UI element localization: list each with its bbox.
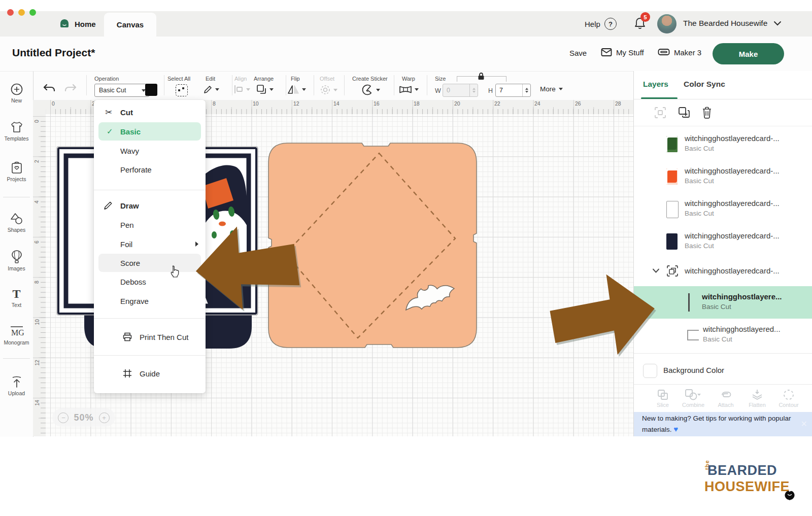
trash-icon[interactable] <box>701 106 713 119</box>
sidebar-item-projects[interactable]: Projects <box>0 161 33 182</box>
width-stepper <box>469 84 478 96</box>
operation-dropdown[interactable]: Basic Cut <box>94 84 149 97</box>
menu-item-wavy[interactable]: Wavy <box>94 142 206 160</box>
edit-button[interactable] <box>203 85 219 94</box>
redo-button[interactable] <box>63 83 78 95</box>
scissors-icon: ✂ <box>103 107 114 118</box>
machine-select[interactable]: Maker 3 <box>658 48 701 57</box>
tab-canvas[interactable]: Canvas <box>104 13 156 37</box>
account-name[interactable]: The Bearded Housewife <box>683 19 767 28</box>
create-sticker-button[interactable] <box>361 84 380 96</box>
sidebar-item-shapes[interactable]: Shapes <box>0 212 33 233</box>
attach-button: Attach <box>711 389 740 408</box>
height-value: 7 <box>496 87 522 94</box>
layer-row-2[interactable]: witchingghostlayeredcard-... Basic Cut <box>634 160 812 193</box>
chevron-down-icon <box>376 89 380 91</box>
minimize-window-button[interactable] <box>18 9 25 16</box>
help-label: Help <box>585 20 600 28</box>
tab-color-sync[interactable]: Color Sync <box>684 80 725 89</box>
warp-button[interactable] <box>399 85 419 94</box>
sidebar-item-upload[interactable]: Upload <box>0 375 33 396</box>
layer-row-1[interactable]: witchingghostlayeredcard-... Basic Cut <box>634 128 812 160</box>
account-chevron-down-icon[interactable] <box>773 20 782 26</box>
save-button[interactable]: Save <box>569 49 587 57</box>
vertical-ruler: 0 2 4 6 8 10 12 14 <box>33 114 46 436</box>
align-label: Align <box>234 76 247 82</box>
sidebar-item-monogram[interactable]: MG Monogram <box>0 325 33 346</box>
background-color-swatch[interactable] <box>643 364 657 378</box>
pencil-icon <box>103 200 114 211</box>
menu-item-basic[interactable]: ✓ Basic <box>98 122 201 141</box>
printer-icon <box>122 332 133 342</box>
menu-item-perforate[interactable]: Perforate <box>94 160 206 179</box>
zoom-window-button[interactable] <box>29 9 36 16</box>
logo-line1: BEARDED <box>707 463 777 478</box>
sidebar-item-new[interactable]: New <box>0 83 33 104</box>
undo-button[interactable] <box>42 83 57 95</box>
layer-row-4[interactable]: witchingghostlayeredcard-... Basic Cut <box>634 225 812 258</box>
monogram-icon: MG <box>9 325 24 338</box>
lock-icon[interactable] <box>477 72 485 81</box>
arrange-button[interactable] <box>256 84 274 95</box>
menu-item-foil[interactable]: Foil <box>94 235 206 253</box>
offset-icon <box>320 84 331 95</box>
sidebar-item-text[interactable]: T Text <box>0 287 33 308</box>
menu-item-engrave[interactable]: Engrave <box>94 292 206 310</box>
new-plus-icon <box>10 83 23 96</box>
background-color-row[interactable]: Background Color <box>634 359 812 383</box>
envelope-icon <box>601 48 612 57</box>
menu-item-print-then-cut[interactable]: Print Then Cut <box>94 328 206 346</box>
layer-row-selected[interactable]: witchingghostlayere... Basic Cut <box>634 286 812 319</box>
tip-close-icon[interactable]: ✕ <box>801 419 807 429</box>
my-stuff-label: My Stuff <box>616 48 644 57</box>
arrange-icon <box>256 84 267 95</box>
sidebar-item-templates[interactable]: Templates <box>0 121 33 142</box>
select-all-dot <box>182 87 184 89</box>
duplicate-icon[interactable] <box>678 106 691 119</box>
menu-item-score[interactable]: Score <box>98 254 201 272</box>
svg-text:MG: MG <box>11 328 24 337</box>
width-input: 0 <box>443 84 478 97</box>
zoom-in-button[interactable]: + <box>99 412 110 423</box>
tab-layers[interactable]: Layers <box>643 80 668 89</box>
tab-home[interactable]: Home <box>50 11 105 37</box>
zoom-out-button[interactable]: − <box>58 412 69 423</box>
avatar[interactable] <box>657 14 676 33</box>
notification-badge: 5 <box>640 12 650 22</box>
layer-group-row[interactable]: witchingghostlayeredcard-... <box>634 258 812 286</box>
logo-line2: HOUSEWIFE <box>704 479 790 495</box>
home-tab-label: Home <box>75 20 96 28</box>
menu-item-pen[interactable]: Pen <box>94 216 206 234</box>
close-window-button[interactable] <box>7 9 14 16</box>
operation-menu: ✂ Cut ✓ Basic Wavy Perforate Draw Pen Fo… <box>94 100 206 393</box>
size-label: Size <box>435 76 446 82</box>
menu-item-guide[interactable]: Guide <box>94 364 206 383</box>
bearded-housewife-logo: the BEARDED HOUSEWIFE <box>703 461 795 505</box>
text-tool-icon: T <box>0 287 33 300</box>
make-button[interactable]: Make <box>713 43 784 64</box>
clipboard-icon <box>10 161 23 175</box>
help-button[interactable]: Help ? <box>585 11 617 37</box>
operation-value: Basic Cut <box>99 87 126 94</box>
bracket-thumbnail <box>684 329 700 342</box>
beard-icon <box>784 490 796 501</box>
color-swatch[interactable] <box>145 84 157 96</box>
menu-item-deboss[interactable]: Deboss <box>94 272 206 291</box>
my-stuff-button[interactable]: My Stuff <box>601 48 644 57</box>
select-all-button[interactable] <box>176 84 188 96</box>
sidebar-item-images[interactable]: Images <box>0 250 33 271</box>
more-button[interactable]: More <box>540 85 563 93</box>
chevron-down-icon <box>215 88 219 91</box>
tshirt-icon <box>10 121 24 134</box>
contour-button: Contour <box>774 389 803 408</box>
layer-row-3[interactable]: witchingghostlayeredcard-... Basic Cut <box>634 193 812 225</box>
flip-button[interactable] <box>287 84 306 95</box>
menu-section-cut: ✂ Cut <box>94 103 206 121</box>
layer-row-child[interactable]: witchingghostlayered... Basic Cut <box>634 319 812 351</box>
save-label: Save <box>569 49 587 57</box>
hot-air-balloon-icon <box>10 250 23 264</box>
height-input[interactable]: 7 <box>495 84 531 97</box>
notifications-button[interactable]: 5 <box>633 16 647 30</box>
height-stepper[interactable] <box>522 84 530 96</box>
upload-icon <box>10 375 23 389</box>
